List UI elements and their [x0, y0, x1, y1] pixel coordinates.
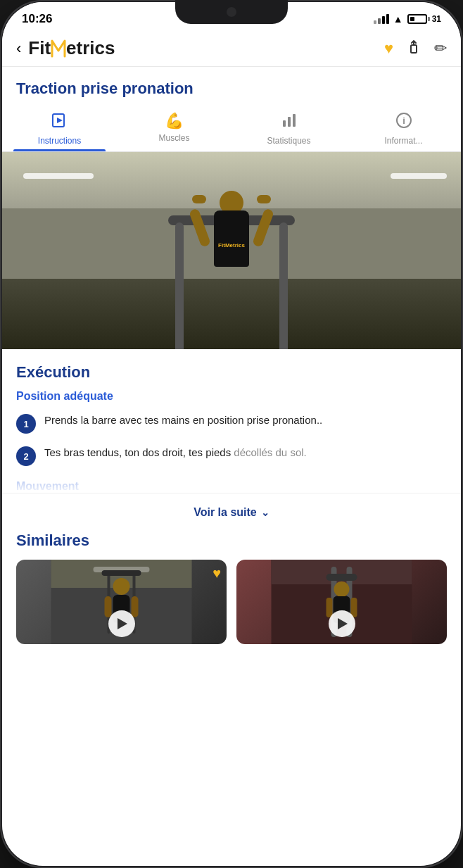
- person-body: FitMetrics: [214, 210, 249, 267]
- svg-rect-3: [283, 120, 286, 127]
- status-time: 10:26: [22, 12, 52, 26]
- exercise-title: Traction prise pronation: [2, 67, 461, 105]
- similaires-section: Similaires: [2, 532, 461, 658]
- similaire-1-heart-icon[interactable]: ♥: [213, 565, 221, 581]
- tab-informations[interactable]: i Informat...: [346, 105, 461, 151]
- svg-rect-5: [293, 114, 296, 127]
- tab-statistiques[interactable]: Statistiques: [231, 105, 346, 151]
- svg-point-23: [334, 581, 350, 597]
- wifi-icon: ▲: [393, 13, 403, 25]
- tab-bar: Instructions 💪 Muscles Statistiques: [2, 105, 461, 152]
- logo-etrics: etrics: [66, 37, 115, 58]
- logo-m: [51, 37, 66, 58]
- step-2-text-main: Tes bras tendus, ton dos droit, tes pied…: [44, 446, 234, 458]
- ceiling-light-1: [23, 173, 94, 179]
- mouvement-label: Mouvement: [16, 477, 447, 493]
- phone-screen: 10:26 ▲ 31 ‹ Fitetrics: [2, 2, 461, 866]
- svg-rect-17: [132, 596, 139, 617]
- shirt-logo: FitMetrics: [218, 242, 245, 249]
- voir-suite-chevron-icon: ⌄: [261, 507, 269, 518]
- svg-rect-0: [411, 45, 417, 53]
- muscles-tab-icon: 💪: [165, 112, 184, 130]
- step-2: 2 Tes bras tendus, ton dos droit, tes pi…: [16, 445, 447, 466]
- app-header: ‹ Fitetrics ♥ ✏: [2, 30, 461, 67]
- tab-instructions-label: Instructions: [38, 136, 81, 146]
- svg-text:i: i: [402, 115, 405, 126]
- play-triangle-2-icon: [338, 618, 348, 629]
- tab-muscles-label: Muscles: [158, 133, 189, 143]
- step-2-text: Tes bras tendus, ton dos droit, tes pied…: [44, 445, 307, 461]
- battery-icon: 31: [407, 14, 441, 24]
- similaire-2-play-button[interactable]: [329, 610, 355, 637]
- step-1: 1 Prends la barre avec tes mains en posi…: [16, 413, 447, 434]
- svg-marker-2: [57, 118, 63, 123]
- tab-muscles[interactable]: 💪 Muscles: [117, 105, 231, 151]
- step-1-text: Prends la barre avec tes mains en positi…: [44, 413, 322, 429]
- similaire-1-play-button[interactable]: [108, 610, 135, 637]
- similaires-grid: ♥: [16, 560, 447, 644]
- position-subtitle: Position adéquate: [16, 390, 447, 413]
- signal-icon: [374, 14, 389, 24]
- vertical-bar-right: [279, 222, 288, 349]
- similaires-title: Similaires: [16, 532, 447, 560]
- vertical-bar-left: [175, 222, 184, 349]
- share-button[interactable]: [406, 39, 421, 58]
- favorite-button[interactable]: ♥: [384, 39, 393, 58]
- svg-rect-4: [288, 117, 291, 127]
- voir-suite-button[interactable]: Voir la suite ⌄: [2, 493, 461, 532]
- stats-tab-icon: [281, 112, 298, 133]
- tab-stats-label: Statistiques: [267, 136, 310, 146]
- step-2-number: 2: [16, 446, 36, 466]
- header-icons: ♥ ✏: [384, 39, 447, 58]
- person-figure: FitMetrics: [189, 191, 274, 317]
- voir-suite-label: Voir la suite: [194, 506, 257, 519]
- person-left-hand: [192, 195, 206, 203]
- person-arm-left: [189, 208, 211, 247]
- similaire-card-1[interactable]: ♥: [16, 560, 227, 644]
- person-right-hand: [257, 195, 271, 203]
- execution-title: Exécution: [16, 349, 447, 390]
- gym-background: FitMetrics: [2, 152, 461, 349]
- back-button[interactable]: ‹: [16, 39, 21, 58]
- step-2-text-secondary: décollés du sol.: [234, 446, 306, 458]
- svg-rect-16: [105, 596, 112, 617]
- exercise-image: FitMetrics: [2, 152, 461, 349]
- phone-frame: 10:26 ▲ 31 ‹ Fitetrics: [0, 0, 463, 868]
- app-logo: Fitetrics: [28, 37, 384, 59]
- notch-camera: [227, 7, 236, 17]
- content-area: Traction prise pronation Instructions 💪 …: [2, 67, 461, 853]
- execution-section: Exécution Position adéquate 1 Prends la …: [2, 349, 461, 493]
- tab-instructions[interactable]: Instructions: [2, 105, 117, 151]
- svg-rect-22: [326, 574, 357, 581]
- mouvement-section: Mouvement: [16, 477, 447, 493]
- similaire-card-2[interactable]: [236, 560, 447, 644]
- edit-button[interactable]: ✏: [434, 39, 447, 58]
- instructions-tab-icon: [51, 112, 68, 133]
- svg-rect-13: [102, 570, 141, 576]
- ceiling-light-2: [391, 173, 447, 179]
- step-1-number: 1: [16, 414, 36, 434]
- svg-point-14: [113, 578, 130, 595]
- battery-level: 31: [432, 14, 441, 24]
- info-tab-icon: i: [395, 112, 412, 133]
- logo-fit: Fit: [28, 37, 51, 58]
- tab-info-label: Informat...: [384, 136, 422, 146]
- person-arm-right: [252, 208, 274, 247]
- play-triangle-icon: [118, 618, 127, 629]
- status-icons: ▲ 31: [374, 13, 441, 25]
